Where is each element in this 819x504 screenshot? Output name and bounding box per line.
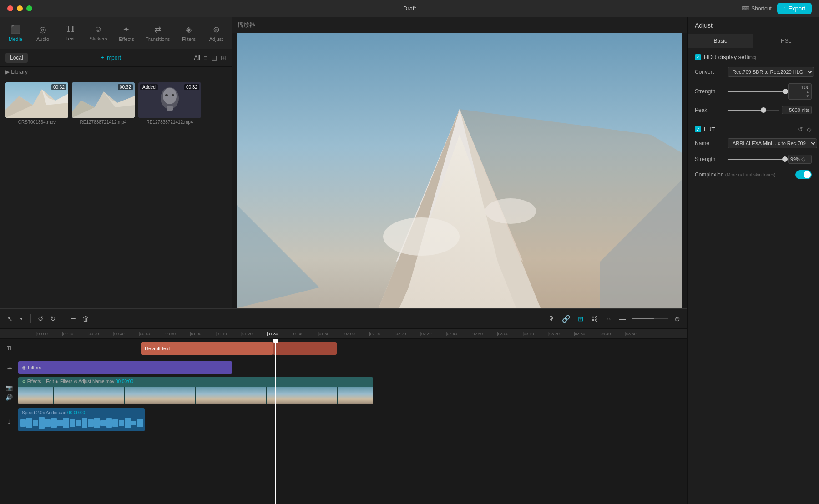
filters-icon-small: ◈ bbox=[55, 379, 59, 384]
secondary-text-clip[interactable] bbox=[273, 342, 337, 355]
magnet-button[interactable]: ⊞ bbox=[576, 313, 585, 324]
ruler-mark: |00:40 bbox=[139, 332, 164, 336]
media-thumbnail: 00:32 bbox=[5, 82, 68, 118]
filter-all-label: All bbox=[194, 55, 200, 61]
lut-actions: ↺ ◇ bbox=[798, 126, 812, 133]
mic-button[interactable]: 🎙 bbox=[546, 313, 556, 324]
ruler-mark: |02:20 bbox=[395, 332, 420, 336]
nav-tabs: ⬛ Media ◎ Audio TI Text ☺ Stickers ✦ Eff… bbox=[0, 17, 232, 49]
tab-stickers[interactable]: ☺ Stickers bbox=[84, 22, 113, 44]
video-track-bar[interactable]: ⚙ Effects – Edit ◈ Filters ⊜ Adjust Name… bbox=[18, 377, 373, 404]
lut-section: ✓ LUT ↺ ◇ Name ARRI ALEXA Mini ...c to R… bbox=[695, 126, 812, 179]
minimize-button[interactable] bbox=[17, 5, 23, 11]
undo-button[interactable]: ↺ bbox=[36, 313, 45, 324]
strength-slider-thumb[interactable] bbox=[783, 89, 788, 94]
lut-reset-icon[interactable]: ↺ bbox=[798, 126, 803, 133]
strength-slider[interactable] bbox=[728, 91, 785, 92]
tab-adjust[interactable]: ⊜ Adjust bbox=[202, 22, 230, 45]
maximize-button[interactable] bbox=[26, 5, 32, 11]
peak-slider[interactable] bbox=[728, 110, 779, 111]
keyboard-icon: ⌨ bbox=[742, 5, 749, 12]
peak-value: 5000 nits bbox=[782, 106, 812, 114]
tab-stickers-label: Stickers bbox=[89, 36, 107, 41]
shortcut-button[interactable]: ⌨ Shortcut bbox=[742, 5, 772, 12]
peak-slider-thumb[interactable] bbox=[761, 107, 766, 113]
convert-row: Convert Rec.709 SDR to Rec.2020 HLG bbox=[695, 67, 812, 77]
ruler-marks-container: |00:00 |00:10 |00:20 |00:30 |00:40 |00:5… bbox=[36, 332, 651, 336]
select-tool-button[interactable]: ↖ bbox=[5, 313, 14, 324]
link-audio-button[interactable]: 🔗 bbox=[561, 313, 572, 324]
lut-checkbox[interactable]: ✓ bbox=[695, 126, 701, 132]
ruler-mark: |00:10 bbox=[62, 332, 87, 336]
tab-media-label: Media bbox=[9, 36, 22, 42]
library-item[interactable]: ▶ Library bbox=[0, 67, 232, 77]
grid-view-icon[interactable]: ⊞ bbox=[221, 54, 226, 61]
tab-media[interactable]: ⬛ Media bbox=[2, 22, 29, 45]
default-text-clip[interactable]: Default text bbox=[141, 342, 273, 355]
media-toolbar: Local + Import All ≡ ▤ ⊞ bbox=[0, 49, 232, 67]
ruler-mark: |01:50 bbox=[318, 332, 344, 336]
svg-point-11 bbox=[165, 94, 168, 96]
lut-diamond-right[interactable]: ◇ bbox=[801, 156, 805, 162]
hdr-setting: ✓ HDR display setting bbox=[695, 54, 812, 60]
waveform-bar bbox=[39, 417, 45, 428]
track-link-button[interactable]: ⛓ bbox=[590, 313, 599, 324]
text-track-symbol: TI bbox=[7, 345, 12, 352]
local-button[interactable]: Local bbox=[5, 53, 28, 63]
complexion-toggle[interactable] bbox=[795, 170, 812, 179]
waveform-bar bbox=[106, 418, 112, 428]
tab-audio[interactable]: ◎ Audio bbox=[29, 22, 56, 45]
thumb-strip bbox=[54, 387, 89, 404]
redo-button[interactable]: ↻ bbox=[49, 313, 57, 324]
import-button[interactable]: + Import bbox=[101, 55, 121, 61]
filter-track-label: Filters bbox=[28, 365, 41, 370]
lut-strength-thumb[interactable] bbox=[782, 156, 788, 162]
preview-label: 播放器 bbox=[232, 17, 687, 33]
media-duration: 00:32 bbox=[118, 84, 133, 90]
ruler-mark: |01:30 bbox=[267, 332, 292, 336]
audio-track-content: Speed 2.0x Audio.aac 00:00:00 bbox=[18, 408, 687, 435]
media-item[interactable]: 00:32 CRST001334.mov bbox=[5, 82, 68, 125]
video-icon: 📷 bbox=[5, 384, 13, 391]
lut-strength-slider[interactable] bbox=[728, 159, 785, 160]
thumb-strip bbox=[160, 387, 196, 404]
lut-diamond-icon[interactable]: ◇ bbox=[807, 126, 812, 133]
tab-transitions[interactable]: ⇄ Transitions bbox=[140, 22, 175, 45]
strength-stepper[interactable]: ▲▼ bbox=[790, 90, 809, 98]
tab-hsl[interactable]: HSL bbox=[753, 34, 819, 48]
select-dropdown-button[interactable]: ▼ bbox=[18, 315, 25, 323]
split-button[interactable]: ⊢ bbox=[69, 313, 77, 324]
tab-text[interactable]: TI Text bbox=[56, 22, 84, 44]
convert-select[interactable]: Rec.709 SDR to Rec.2020 HLG bbox=[728, 67, 814, 77]
timeline-zoom-slider[interactable] bbox=[632, 318, 668, 319]
clip-link-button[interactable]: ↔ bbox=[604, 313, 613, 324]
filter-icon[interactable]: ≡ bbox=[204, 54, 207, 61]
adjust-panel-content: ✓ HDR display setting Convert Rec.709 SD… bbox=[688, 48, 819, 504]
list-view-icon[interactable]: ▤ bbox=[211, 54, 217, 61]
zoom-out-button[interactable]: — bbox=[618, 313, 627, 324]
filter-track-icon: ☁ bbox=[0, 364, 18, 371]
media-item[interactable]: 00:32 RE127838721412.mp4 bbox=[72, 82, 135, 125]
app-title: Draft bbox=[403, 5, 416, 12]
complexion-row: Complexion (More natural skin tones) bbox=[695, 170, 812, 179]
export-button[interactable]: ↑ Export bbox=[777, 3, 812, 14]
filter-track-bar[interactable]: ◈ Filters bbox=[18, 361, 232, 374]
lut-strength-container: 99% ◇ bbox=[728, 155, 812, 164]
tab-filters[interactable]: ◈ Filters bbox=[175, 22, 202, 45]
lut-strength-display: 99% bbox=[790, 156, 800, 162]
close-button[interactable] bbox=[7, 5, 13, 11]
hdr-checkbox-icon[interactable]: ✓ bbox=[695, 54, 701, 60]
ruler-mark: |00:20 bbox=[88, 332, 113, 336]
audio-track-bar[interactable]: Speed 2.0x Audio.aac 00:00:00 bbox=[18, 408, 145, 431]
strength-slider-fill bbox=[728, 91, 785, 92]
zoom-fit-button[interactable]: ⊕ bbox=[673, 313, 682, 324]
complexion-label: Complexion bbox=[695, 171, 723, 178]
media-icon: ⬛ bbox=[10, 25, 20, 35]
lut-name-select[interactable]: ARRI ALEXA Mini ...c to Rec.709 bbox=[728, 138, 817, 148]
video-track-content: ⚙ Effects – Edit ◈ Filters ⊜ Adjust Name… bbox=[18, 377, 687, 408]
window-controls[interactable] bbox=[7, 5, 32, 11]
tab-basic[interactable]: Basic bbox=[688, 34, 753, 48]
media-item[interactable]: Added 00:32 RE127838721412.mp4 bbox=[138, 82, 201, 125]
tab-effects[interactable]: ✦ Effects bbox=[113, 22, 140, 45]
delete-button[interactable]: 🗑 bbox=[81, 313, 91, 324]
